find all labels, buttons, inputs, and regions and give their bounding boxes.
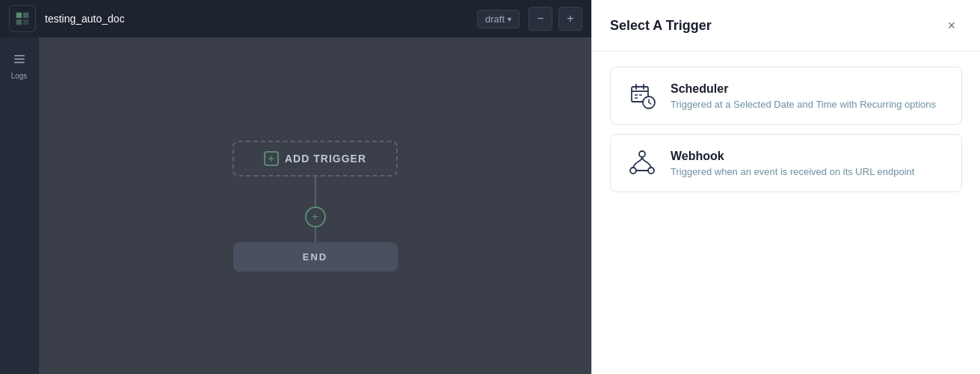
svg-rect-3 xyxy=(23,19,28,25)
app-logo[interactable] xyxy=(9,5,36,32)
sidebar-item-label: Logs xyxy=(11,72,28,80)
svg-rect-1 xyxy=(23,13,28,18)
scheduler-desc: Triggered at a Selected Date and Time wi… xyxy=(671,99,936,110)
end-node: END xyxy=(233,242,398,272)
svg-point-17 xyxy=(639,151,645,157)
add-trigger-label: ADD TRIGGER xyxy=(285,153,366,165)
zoom-in-button[interactable]: + xyxy=(558,7,582,31)
zoom-out-button[interactable]: − xyxy=(528,7,552,31)
draft-badge[interactable]: draft ▾ xyxy=(477,10,520,28)
sidebar-item-logs[interactable]: Logs xyxy=(7,46,32,86)
close-button[interactable]: × xyxy=(941,15,962,36)
svg-point-18 xyxy=(630,168,636,174)
draft-label: draft xyxy=(485,13,505,25)
add-trigger-button[interactable]: + ADD TRIGGER xyxy=(232,141,398,177)
trigger-option-webhook[interactable]: Webhook Triggered when an event is recei… xyxy=(610,134,962,192)
scheduler-icon xyxy=(626,79,659,112)
add-step-button[interactable]: + xyxy=(305,206,326,227)
top-bar: testing_auto_doc draft ▾ − + xyxy=(0,0,591,37)
trigger-panel-title: Select A Trigger xyxy=(610,18,712,34)
canvas-main: + ADD TRIGGER + END xyxy=(39,37,591,374)
chevron-down-icon: ▾ xyxy=(508,15,511,23)
svg-rect-0 xyxy=(16,13,22,18)
webhook-icon xyxy=(626,147,659,180)
scheduler-name: Scheduler xyxy=(671,82,936,96)
connector-line-bottom xyxy=(315,227,316,242)
webhook-name: Webhook xyxy=(671,150,914,163)
trigger-option-scheduler[interactable]: Scheduler Triggered at a Selected Date a… xyxy=(610,67,962,125)
add-trigger-icon: + xyxy=(264,151,279,166)
svg-rect-2 xyxy=(16,19,22,25)
logs-icon xyxy=(13,52,26,69)
trigger-list: Scheduler Triggered at a Selected Date a… xyxy=(592,52,980,207)
trigger-panel: Select A Trigger × xyxy=(591,0,980,374)
top-bar-actions: − + xyxy=(528,7,582,31)
webhook-desc: Triggered when an event is received on i… xyxy=(671,166,914,177)
svg-point-19 xyxy=(648,168,654,174)
sidebar: Logs xyxy=(0,37,39,374)
connector-line-top xyxy=(315,177,316,206)
doc-title: testing_auto_doc xyxy=(45,13,468,25)
trigger-panel-header: Select A Trigger × xyxy=(592,0,980,52)
scheduler-info: Scheduler Triggered at a Selected Date a… xyxy=(671,82,936,110)
webhook-info: Webhook Triggered when an event is recei… xyxy=(671,150,914,177)
canvas-content: Logs + ADD TRIGGER + END xyxy=(0,37,591,374)
